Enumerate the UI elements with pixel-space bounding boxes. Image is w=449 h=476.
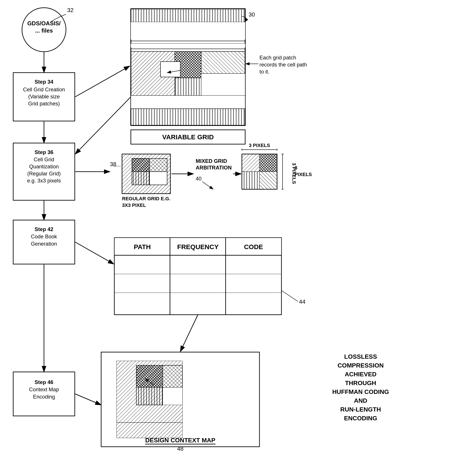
svg-text:Quantization: Quantization [29, 164, 59, 169]
diagram-container: GDS/OASIS/ ... files 32 Step 34 Cell Gri… [0, 0, 449, 476]
svg-rect-80 [259, 172, 277, 189]
svg-text:Code Book: Code Book [31, 234, 57, 239]
svg-rect-44 [131, 47, 245, 52]
svg-point-7 [22, 8, 66, 52]
svg-text:CODE: CODE [244, 243, 263, 250]
svg-rect-48 [175, 78, 201, 96]
svg-text:Step 34: Step 34 [34, 79, 53, 85]
svg-rect-64 [122, 154, 170, 194]
svg-text:PIXELS: PIXELS [295, 172, 312, 177]
svg-text:Cell Grid Creation: Cell Grid Creation [23, 86, 65, 92]
svg-text:Step 46: Step 46 [34, 379, 53, 385]
svg-rect-79 [242, 172, 259, 189]
svg-rect-68 [132, 172, 150, 185]
svg-rect-42 [131, 40, 245, 44]
svg-rect-54 [131, 109, 245, 126]
svg-line-104 [180, 315, 198, 352]
svg-rect-50 [161, 62, 180, 77]
svg-rect-107 [136, 365, 163, 387]
svg-text:ACHIEVED: ACHIEVED [345, 371, 377, 378]
svg-text:HUFFMAN CODING: HUFFMAN CODING [332, 388, 389, 395]
svg-text:to it.: to it. [259, 69, 269, 75]
svg-text:PATH: PATH [134, 243, 151, 250]
svg-text:Cell Grid: Cell Grid [34, 156, 54, 162]
svg-rect-92 [114, 238, 281, 315]
svg-rect-41 [131, 22, 245, 40]
svg-rect-109 [136, 387, 163, 405]
svg-rect-111 [117, 423, 183, 438]
svg-text:COMPRESSION: COMPRESSION [337, 362, 384, 369]
svg-text:3 PIXELS: 3 PIXELS [291, 163, 297, 184]
svg-text:ENCODING: ENCODING [344, 415, 377, 422]
svg-rect-49 [201, 74, 245, 96]
svg-rect-65 [122, 154, 170, 194]
svg-rect-105 [101, 352, 259, 447]
svg-text:32: 32 [67, 7, 74, 13]
svg-rect-12 [13, 73, 75, 121]
svg-rect-110 [163, 387, 183, 405]
svg-rect-38 [131, 9, 245, 126]
svg-line-17 [75, 66, 130, 97]
svg-rect-46 [175, 52, 201, 78]
svg-text:Grid patches): Grid patches) [28, 101, 60, 107]
svg-text:(Regular Grid): (Regular Grid) [27, 171, 61, 177]
svg-text:LOSSLESS: LOSSLESS [344, 353, 377, 360]
svg-rect-78 [259, 154, 277, 172]
svg-rect-27 [13, 220, 75, 264]
svg-text:RUN-LENGTH: RUN-LENGTH [340, 406, 381, 413]
svg-text:VARIABLE GRID: VARIABLE GRID [162, 133, 214, 141]
svg-rect-66 [132, 158, 150, 172]
svg-rect-33 [13, 372, 75, 416]
svg-text:Encoding: Encoding [33, 394, 55, 400]
svg-rect-40 [131, 9, 245, 22]
svg-rect-43 [131, 44, 245, 47]
svg-text:FREQUENCY: FREQUENCY [177, 243, 219, 250]
svg-rect-69 [150, 172, 167, 185]
svg-text:... files: ... files [35, 27, 53, 34]
svg-text:Each grid patch: Each grid patch [259, 55, 296, 61]
svg-text:30: 30 [249, 11, 255, 18]
svg-text:MIXED GRID: MIXED GRID [196, 158, 227, 164]
svg-text:3X3 PIXEL: 3X3 PIXEL [122, 202, 146, 208]
svg-text:(Variable size: (Variable size [28, 93, 60, 99]
svg-text:44: 44 [299, 298, 305, 305]
svg-text:e.g. 3x3 pixels: e.g. 3x3 pixels [27, 178, 61, 184]
svg-text:40: 40 [196, 176, 202, 182]
svg-text:records the cell path: records the cell path [259, 62, 307, 68]
svg-line-37 [75, 394, 101, 405]
svg-text:Step 36: Step 36 [34, 149, 53, 155]
svg-text:REGULAR GRID E.G.: REGULAR GRID E.G. [122, 196, 170, 201]
svg-rect-53 [131, 109, 245, 126]
svg-line-51 [167, 70, 180, 73]
svg-rect-39 [131, 9, 245, 22]
svg-text:Step 42: Step 42 [34, 226, 53, 232]
svg-rect-106 [117, 361, 183, 423]
svg-text:GDS/OASIS/: GDS/OASIS/ [27, 20, 61, 27]
svg-rect-108 [163, 365, 183, 387]
svg-rect-52 [131, 96, 245, 109]
svg-rect-76 [242, 154, 277, 189]
svg-text:DESIGN CONTEXT MAP: DESIGN CONTEXT MAP [145, 437, 215, 444]
svg-line-124 [75, 97, 131, 154]
svg-text:3 PIXELS: 3 PIXELS [249, 143, 270, 148]
svg-text:3: 3 [295, 165, 297, 171]
svg-text:Generation: Generation [31, 241, 57, 247]
svg-text:Context Map: Context Map [29, 386, 59, 392]
svg-rect-77 [242, 154, 259, 172]
svg-rect-45 [131, 52, 175, 96]
svg-line-112 [145, 379, 154, 385]
svg-text:48: 48 [177, 445, 184, 452]
svg-rect-19 [13, 143, 75, 200]
svg-line-103 [281, 291, 298, 302]
svg-rect-67 [150, 158, 167, 172]
svg-text:ARBITRATION: ARBITRATION [196, 165, 232, 171]
svg-text:AND: AND [354, 397, 367, 404]
svg-rect-47 [201, 52, 245, 74]
svg-rect-93 [114, 238, 281, 255]
svg-text:38: 38 [110, 161, 116, 167]
svg-text:THROUGH: THROUGH [345, 380, 376, 386]
svg-rect-55 [131, 130, 245, 144]
svg-line-31 [75, 242, 114, 264]
